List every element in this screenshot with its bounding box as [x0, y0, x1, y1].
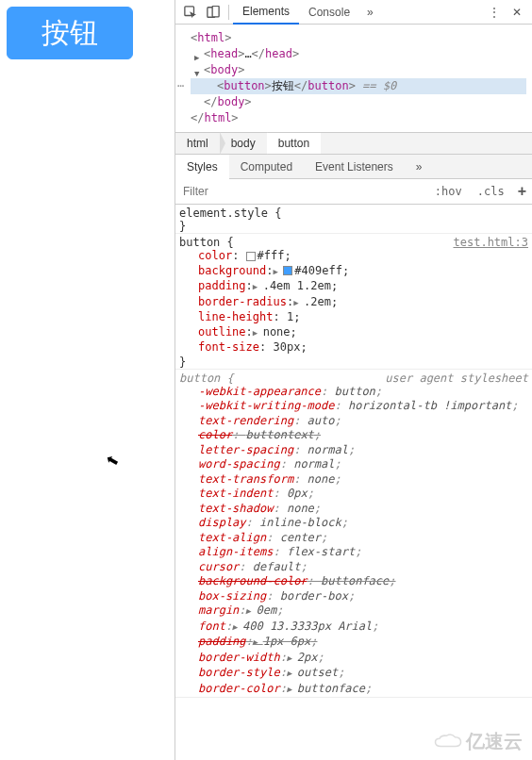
- ellipsis-icon: ⋯: [177, 78, 184, 94]
- styles-panel[interactable]: element.style { } test.html:3button { co…: [175, 205, 532, 760]
- mouse-cursor-icon: ⬉: [104, 451, 120, 471]
- crumb-button[interactable]: button: [267, 133, 321, 154]
- filter-input[interactable]: [175, 179, 427, 204]
- css-declaration: -webkit-appearance: button;: [179, 385, 528, 400]
- css-declaration: border-style:▶ outset;: [179, 666, 528, 682]
- css-declaration: text-shadow: none;: [179, 502, 528, 517]
- breadcrumb: html body button: [175, 132, 532, 155]
- css-declaration: text-indent: 0px;: [179, 487, 528, 502]
- watermark: 亿速云: [434, 729, 523, 754]
- css-declaration[interactable]: border-radius:▶ .2em;: [179, 295, 528, 311]
- css-declaration[interactable]: outline:▶ none;: [179, 325, 528, 341]
- rule-source-link[interactable]: test.html:3: [454, 236, 528, 249]
- css-declaration[interactable]: background:▶ #409eff;: [179, 264, 528, 280]
- tab-console[interactable]: Console: [299, 0, 359, 25]
- css-declaration[interactable]: line-height: 1;: [179, 310, 528, 325]
- tab-styles[interactable]: Styles: [175, 155, 229, 179]
- css-declaration: font:▶ 400 13.3333px Arial;: [179, 620, 528, 636]
- cls-toggle[interactable]: .cls: [470, 185, 512, 198]
- css-declaration: text-transform: none;: [179, 472, 528, 487]
- tab-computed[interactable]: Computed: [229, 155, 304, 179]
- subtabs-overflow-icon[interactable]: »: [405, 155, 434, 179]
- css-declaration: background-color: buttonface;: [179, 574, 528, 589]
- css-declaration: -webkit-writing-mode: horizontal-tb !imp…: [179, 399, 528, 414]
- css-declaration: border-width:▶ 2px;: [179, 651, 528, 667]
- devtools-tabs: Elements Console »: [233, 0, 381, 25]
- kebab-menu-icon[interactable]: ⋮: [483, 1, 506, 24]
- css-declaration: padding:▶ 1px 6px;: [179, 635, 528, 651]
- tab-event-listeners[interactable]: Event Listeners: [304, 155, 405, 179]
- css-declaration: display: inline-block;: [179, 516, 528, 531]
- rule-author[interactable]: test.html:3button { color: #fff;backgrou…: [175, 234, 532, 370]
- css-declaration: cursor: default;: [179, 560, 528, 575]
- css-declaration: text-rendering: auto;: [179, 414, 528, 429]
- dom-tree[interactable]: <html> ▶<head>…</head> ▼<body> ⋯<button>…: [175, 25, 532, 132]
- css-declaration[interactable]: font-size: 30px;: [179, 340, 528, 355]
- close-icon[interactable]: ✕: [506, 1, 528, 24]
- rule-element-style[interactable]: element.style { }: [175, 205, 532, 234]
- css-declaration: letter-spacing: normal;: [179, 443, 528, 458]
- css-declaration: color: buttontext;: [179, 428, 528, 443]
- svg-rect-2: [212, 6, 219, 16]
- rule-user-agent: user agent stylesheetbutton { -webkit-ap…: [175, 370, 532, 699]
- css-declaration: box-sizing: border-box;: [179, 589, 528, 604]
- tab-elements[interactable]: Elements: [233, 0, 299, 25]
- demo-button[interactable]: 按钮: [7, 7, 133, 59]
- crumb-body[interactable]: body: [220, 133, 267, 154]
- styles-tabs: Styles Computed Event Listeners »: [175, 155, 532, 179]
- filter-row: :hov .cls +: [175, 179, 532, 205]
- css-declaration: border-color:▶ buttonface;: [179, 682, 528, 698]
- rule-source-ua: user agent stylesheet: [385, 372, 528, 385]
- css-declaration: text-align: center;: [179, 531, 528, 546]
- css-declaration[interactable]: color: #fff;: [179, 249, 528, 264]
- new-style-rule-icon[interactable]: +: [512, 183, 532, 200]
- tabs-overflow-icon[interactable]: »: [359, 6, 381, 19]
- selected-dom-node[interactable]: ⋯<button>按钮</button> == $0: [191, 78, 526, 94]
- devtools-panel: Elements Console » ⋮ ✕ <html> ▶<head>…</…: [175, 0, 532, 760]
- rendered-page: 按钮 ⬉: [0, 0, 175, 760]
- css-declaration: word-spacing: normal;: [179, 457, 528, 472]
- css-declaration: align-items: flex-start;: [179, 545, 528, 560]
- css-declaration: margin:▶ 0em;: [179, 603, 528, 620]
- inspect-element-icon[interactable]: [179, 1, 202, 24]
- devtools-toolbar: Elements Console » ⋮ ✕: [175, 0, 532, 25]
- crumb-html[interactable]: html: [175, 133, 220, 154]
- separator: [228, 5, 229, 20]
- device-toolbar-icon[interactable]: [202, 1, 224, 24]
- css-declaration[interactable]: padding:▶ .4em 1.2em;: [179, 279, 528, 295]
- hov-toggle[interactable]: :hov: [427, 185, 470, 198]
